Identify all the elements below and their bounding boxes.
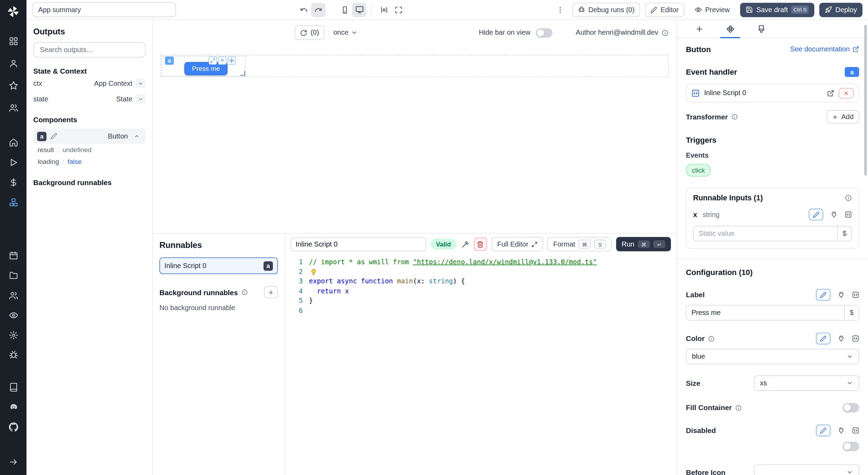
context-row-state[interactable]: state State: [33, 91, 146, 106]
editor-tab-button[interactable]: Editor: [645, 2, 684, 17]
eval-mode-button[interactable]: [852, 291, 859, 299]
fullscreen-button[interactable]: [391, 2, 406, 17]
static-mode-button[interactable]: [816, 333, 830, 344]
move-component-handle[interactable]: [227, 57, 236, 65]
scrollbar-thumb[interactable]: [864, 25, 867, 176]
before-icon-select[interactable]: [754, 465, 859, 475]
collapse-component-button[interactable]: [132, 132, 142, 141]
canvas-grid-row[interactable]: a Press me: [160, 55, 669, 77]
template-dollar-button[interactable]: $: [837, 226, 851, 241]
sidebar-star-button[interactable]: [5, 76, 22, 94]
sidebar-home-button[interactable]: [5, 133, 22, 151]
sidebar-play-button[interactable]: [5, 153, 22, 171]
info-icon[interactable]: [845, 194, 852, 202]
sidebar-calendar-button[interactable]: [5, 247, 22, 264]
info-icon[interactable]: [735, 405, 742, 411]
detach-script-button[interactable]: [838, 88, 853, 98]
color-select[interactable]: blue: [686, 349, 859, 364]
static-value-input[interactable]: [694, 226, 837, 241]
sidebar-workers-button[interactable]: [5, 193, 22, 211]
sidebar-dollar-button[interactable]: [5, 173, 22, 191]
code-editor[interactable]: 123456 // import * as wmill from "https:…: [285, 255, 676, 475]
edit-id-pencil-icon[interactable]: [50, 133, 57, 140]
format-button[interactable]: Format ⌘ S: [548, 237, 612, 251]
ai-assistant-button[interactable]: [461, 240, 469, 248]
mobile-view-button[interactable]: [338, 2, 352, 17]
eval-mode-button[interactable]: [852, 427, 859, 434]
static-mode-button[interactable]: [816, 289, 830, 300]
expand-ctx-button[interactable]: [136, 78, 146, 88]
info-icon[interactable]: [661, 29, 669, 36]
button-component-cell[interactable]: a Press me: [162, 56, 246, 76]
sidebar-expand-sidebar-button[interactable]: [5, 453, 22, 470]
redo-button[interactable]: [311, 2, 325, 17]
fill-container-toggle[interactable]: [843, 403, 859, 412]
sidebar-folder-button[interactable]: [5, 266, 22, 284]
code-action-lightbulb-icon[interactable]: [310, 268, 317, 276]
add-transformer-button[interactable]: Add: [826, 110, 859, 123]
run-button[interactable]: Run ⌘ ↵: [616, 237, 671, 251]
desktop-view-button[interactable]: [352, 2, 366, 17]
sidebar-bug-button[interactable]: [5, 346, 22, 364]
refresh-runnables-button[interactable]: (0): [294, 25, 325, 40]
sidebar-github-button[interactable]: [5, 418, 22, 436]
hide-bar-toggle[interactable]: [536, 28, 553, 38]
connect-mode-button[interactable]: [831, 211, 838, 218]
label-value-input[interactable]: [686, 306, 844, 320]
expand-component-handle[interactable]: [209, 57, 217, 65]
sidebar-groups-button[interactable]: [5, 286, 22, 304]
eval-mode-button[interactable]: [845, 211, 852, 218]
context-row-ctx[interactable]: ctx App Context: [33, 76, 146, 91]
code-line[interactable]: return x: [309, 287, 677, 297]
connect-mode-button[interactable]: [837, 291, 845, 299]
see-documentation-link[interactable]: See documentation: [790, 45, 859, 53]
sidebar-discord-button[interactable]: [5, 398, 22, 416]
connect-mode-button[interactable]: [837, 335, 845, 342]
windmill-logo[interactable]: [6, 5, 20, 19]
debug-runs-button[interactable]: Debug runs (0): [572, 2, 640, 17]
preview-tab-button[interactable]: Preview: [689, 2, 735, 17]
script-name-input[interactable]: [291, 237, 426, 251]
run-mode-dropdown[interactable]: once: [330, 28, 361, 37]
static-mode-button[interactable]: [809, 209, 823, 220]
save-draft-button[interactable]: Save draft Ctrl S: [740, 2, 814, 17]
center-layout-button[interactable]: [377, 2, 391, 17]
component-list-item[interactable]: a Button: [33, 128, 146, 144]
tab-component-settings[interactable]: [715, 20, 745, 38]
sidebar-settings-button[interactable]: [5, 326, 22, 344]
sidebar-user-button[interactable]: [5, 54, 22, 72]
delete-script-button[interactable]: [474, 238, 487, 251]
code-lines[interactable]: // import * as wmill from "https://deno.…: [309, 257, 677, 475]
deploy-button[interactable]: Deploy: [819, 2, 862, 17]
sidebar-eye-button[interactable]: [5, 306, 22, 324]
app-summary-input[interactable]: [32, 2, 176, 17]
sidebar-book-button[interactable]: [5, 378, 22, 396]
code-line[interactable]: export async function main(x: string) {: [309, 277, 677, 286]
app-canvas[interactable]: a Press me: [153, 45, 676, 234]
code-line[interactable]: }: [309, 297, 677, 306]
anchor-component-handle[interactable]: [218, 57, 226, 65]
template-dollar-button[interactable]: $: [844, 306, 858, 320]
outputs-search-input[interactable]: [39, 45, 140, 55]
sidebar-dashboard-button[interactable]: [5, 32, 22, 50]
full-editor-button[interactable]: Full Editor: [492, 237, 543, 251]
disabled-toggle[interactable]: [843, 442, 859, 451]
add-background-runnable-button[interactable]: [264, 286, 278, 298]
open-script-button[interactable]: [827, 89, 834, 97]
static-mode-button[interactable]: [816, 425, 830, 436]
expand-state-button[interactable]: [136, 94, 146, 103]
undo-button[interactable]: [297, 2, 311, 17]
sidebar-users-button[interactable]: [5, 99, 22, 116]
code-line[interactable]: [309, 306, 677, 316]
more-menu-button[interactable]: [553, 2, 567, 17]
info-icon[interactable]: [708, 335, 715, 342]
info-icon[interactable]: [731, 114, 738, 120]
size-select[interactable]: xs: [754, 375, 859, 391]
event-handler-script-row[interactable]: Inline Script 0: [686, 84, 859, 102]
tab-styling[interactable]: [746, 20, 777, 38]
component-prop-loading[interactable]: loading : false: [33, 156, 146, 167]
tab-insert-component[interactable]: [684, 20, 715, 38]
connect-mode-button[interactable]: [837, 427, 845, 434]
code-line[interactable]: [309, 267, 677, 277]
runnable-item-inline-script-0[interactable]: Inline Script 0 a: [159, 257, 278, 274]
